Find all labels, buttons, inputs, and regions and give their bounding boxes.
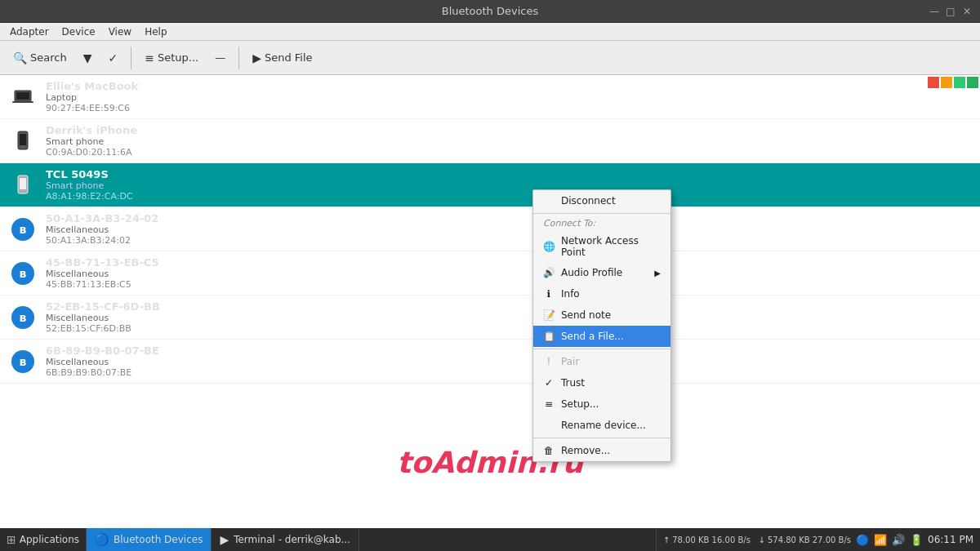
trash-icon: 🗑 [543,445,555,456]
tray-block-green [954,77,965,88]
device-name: TCL 5049S [46,168,970,180]
ctx-disconnect[interactable]: Disconnect [533,190,670,211]
device-icon-bt: ʙ [10,260,36,287]
device-row[interactable]: ʙ 6B-89-B9-B0-07-BE Miscellaneous 6B:B9:… [0,340,980,384]
taskbar-windows: 🔵 Bluetooth Devices ▶ Terminal - derrik@… [87,528,656,551]
device-icon-bt: ʙ [10,349,36,375]
ctx-send-file-label: Send a File... [561,331,661,342]
send-file-button[interactable]: ▶ Send File [246,48,318,68]
check-button[interactable]: ✓ [101,48,124,68]
upload-stats: ↑ 78.00 KB 16.00 B/s [663,535,751,544]
info-icon: ℹ [543,288,555,300]
window-controls: — □ ✕ [928,5,973,18]
ctx-audio-profile[interactable]: 🔊 Audio Profile ▶ [533,262,670,283]
ctx-separator-2 [533,349,670,349]
ctx-remove[interactable]: 🗑 Remove... [533,440,670,461]
ctx-network-access-point[interactable]: 🌐 Network Access Point [533,231,670,262]
menu-help[interactable]: Help [138,24,173,39]
device-name: 52-EB-15-CF-6D-BB [46,300,970,313]
main-content: Ellie's MacBook Laptop 90:27:E4:EE:59:C6… [0,75,980,528]
device-info: TCL 5049S Smart phone A8:A1:98:E2:CA:DC [46,168,970,202]
device-mac: 45:BB:71:13:EB:C5 [46,279,970,290]
minimize-button[interactable]: — [928,5,941,18]
grid-icon: ⊞ [7,533,16,546]
search-label: Search [30,51,67,64]
ctx-info[interactable]: ℹ Info [533,283,670,304]
menu-view[interactable]: View [102,24,138,39]
search-button[interactable]: 🔍 Search [7,48,74,68]
network-tray-icon: 📶 [874,534,887,546]
ctx-audio-label: Audio Profile [561,267,648,278]
ctx-trust[interactable]: ✓ Trust [533,372,670,393]
bluetooth-taskbar-icon: 🔵 [95,533,109,546]
device-info: Ellie's MacBook Laptop 90:27:E4:EE:59:C6 [46,80,970,113]
bluetooth-icon: ʙ [11,306,34,329]
taskbar: ⊞ Applications 🔵 Bluetooth Devices ▶ Ter… [0,528,980,551]
device-type: Miscellaneous [46,224,970,235]
tray-block-orange [941,77,952,88]
titlebar: Bluetooth Devices — □ ✕ [0,0,980,23]
device-mac: A8:A1:98:E2:CA:DC [46,191,970,202]
filter-icon: ▼ [83,51,92,64]
device-icon-bt: ʙ [10,304,36,331]
audio-icon: 🔊 [543,267,555,278]
ctx-separator-3 [533,438,670,438]
menu-device[interactable]: Device [56,24,102,39]
note-icon: 📝 [543,309,555,321]
device-type: Miscellaneous [46,313,970,323]
device-row[interactable]: ʙ 50-A1-3A-B3-24-02 Miscellaneous 50:A1:… [0,207,980,251]
ctx-rename[interactable]: Rename device... [533,415,670,436]
device-row[interactable]: Ellie's MacBook Laptop 90:27:E4:EE:59:C6 [0,75,980,119]
download-stats: ↓ 574.80 KB 27.00 B/s [758,535,851,544]
taskbar-systray: ↑ 78.00 KB 16.00 B/s ↓ 574.80 KB 27.00 B… [656,528,980,551]
menu-adapter[interactable]: Adapter [3,24,56,39]
device-info: 50-A1-3A-B3-24-02 Miscellaneous 50:A1:3A… [46,212,970,246]
device-info: 52-EB-15-CF-6D-BB Miscellaneous 52:EB:15… [46,300,970,334]
ctx-nap-label: Network Access Point [561,235,661,258]
taskbar-apps-label: Applications [20,534,79,545]
device-type: Smart phone [46,136,970,147]
play-icon: ▶ [252,51,261,64]
minus-button[interactable]: — [208,48,232,67]
taskbar-window-bluetooth[interactable]: 🔵 Bluetooth Devices [87,528,212,551]
svg-rect-7 [20,178,26,189]
ctx-section-connect: Connect To: [533,216,670,231]
svg-point-5 [22,146,24,148]
ctx-send-file[interactable]: 📋 Send a File... [533,326,670,347]
device-row[interactable]: Derrik's iPhone Smart phone C0:9A:D0:20:… [0,119,980,163]
setup-label: Setup... [158,51,198,64]
device-row[interactable]: ʙ 52-EB-15-CF-6D-BB Miscellaneous 52:EB:… [0,295,980,340]
context-menu: Disconnect Connect To: 🌐 Network Access … [532,189,671,462]
device-row-selected[interactable]: TCL 5049S Smart phone A8:A1:98:E2:CA:DC [0,163,980,207]
ctx-send-note[interactable]: 📝 Send note [533,304,670,326]
network-icon: 🌐 [543,241,555,252]
pair-icon: ! [543,356,555,367]
ctx-remove-label: Remove... [561,445,661,456]
search-icon: 🔍 [13,51,27,64]
ctx-trust-label: Trust [561,377,661,389]
sound-tray-icon: 🔊 [892,534,905,546]
ctx-setup[interactable]: ≡ Setup... [533,393,670,415]
device-list: Ellie's MacBook Laptop 90:27:E4:EE:59:C6… [0,75,980,384]
filter-button[interactable]: ▼ [77,48,99,68]
close-button[interactable]: ✕ [960,5,973,18]
toolbar: 🔍 Search ▼ ✓ ≡ Setup... — ▶ Send File [0,41,980,75]
upload-download-stats: ↑ 78.00 KB 16.00 B/s ↓ 574.80 KB 27.00 B… [663,535,851,544]
device-row[interactable]: ʙ 45-BB-71-13-EB-C5 Miscellaneous 45:BB:… [0,251,980,295]
taskbar-window-terminal[interactable]: ▶ Terminal - derrik@kab... [212,528,359,551]
device-mac: 90:27:E4:EE:59:C6 [46,103,970,113]
ctx-send-note-label: Send note [561,309,661,321]
toolbar-separator-2 [238,47,239,69]
maximize-button[interactable]: □ [944,5,957,18]
device-name: 50-A1-3A-B3-24-02 [46,212,970,224]
ctx-info-label: Info [561,288,661,300]
device-name: Ellie's MacBook [46,80,970,92]
tray-block-green2 [967,77,978,88]
menubar: Adapter Device View Help [0,23,980,41]
taskbar-apps-section[interactable]: ⊞ Applications [0,528,87,551]
trust-icon: ✓ [543,377,555,389]
device-icon-laptop [10,84,36,110]
device-type: Miscellaneous [46,269,970,279]
setup-button[interactable]: ≡ Setup... [138,48,205,68]
window-title: Bluetooth Devices [442,5,538,17]
